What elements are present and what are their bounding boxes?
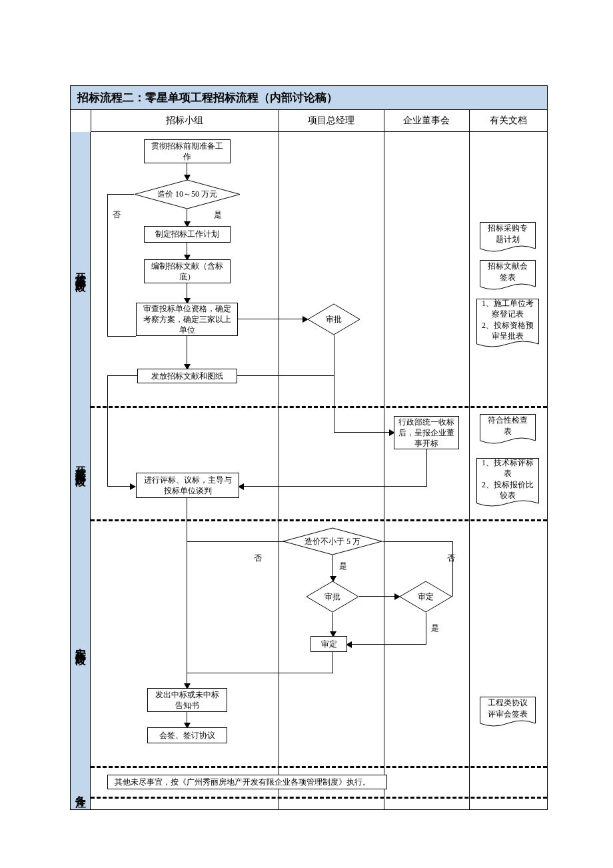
dashed-4 bbox=[91, 797, 547, 799]
box-finalize: 审定 bbox=[310, 636, 347, 652]
decision-cost-range: 造价 10～50 万元 bbox=[134, 179, 241, 209]
decision-approve-3: 审定 bbox=[399, 581, 452, 613]
box-remark: 其他未尽事宜，按《广州秀丽房地产开发有限企业各项管理制度》执行。 bbox=[107, 775, 387, 789]
dashed-2 bbox=[91, 519, 547, 521]
approve3-label: 审定 bbox=[399, 581, 452, 613]
row-label-4-text: 备注 bbox=[73, 787, 87, 789]
label-yes-2: 是 bbox=[339, 561, 347, 572]
doc-inspection: 1、施工单位考察登记表 2、投标资格预审呈批表 bbox=[476, 299, 539, 348]
dashed-3 bbox=[91, 766, 547, 768]
title-text: 招标流程二：零星单项工程招标流程（内部讨论稿） bbox=[77, 90, 338, 105]
label-no-1: 否 bbox=[113, 209, 121, 221]
box-review-units: 审查投标单位资格，确定考察方案，确定三家以上单位 bbox=[136, 303, 238, 336]
doc-tech-eval: 1、技术标评标表 2、投标报价比较表 bbox=[476, 458, 539, 507]
doc-plan: 招标采购专题计划 bbox=[480, 222, 536, 253]
v-line bbox=[279, 110, 279, 809]
v-line bbox=[384, 110, 384, 809]
doc-conformance: 符合性检查表 bbox=[480, 414, 536, 445]
box-collect: 行政部统一收标后，呈报企业董事开标 bbox=[394, 416, 459, 449]
approve1-label: 审批 bbox=[307, 303, 360, 335]
v-line bbox=[469, 110, 470, 809]
col-header-1: 招标小组 bbox=[91, 110, 279, 132]
doc-sign-sheet: 招标文献会签表 bbox=[480, 260, 536, 291]
box-compile: 编制招标文献（含标底） bbox=[144, 259, 231, 283]
box-issue-docs: 发放招标文献和图纸 bbox=[137, 369, 237, 383]
col-header-4: 有关文档 bbox=[469, 110, 547, 132]
box-evaluate: 进行评标、议标，主导与投标单位谈判 bbox=[136, 473, 239, 498]
diagram-title: 招标流程二：零星单项工程招标流程（内部讨论稿） bbox=[71, 86, 547, 110]
box-sign: 会签、签订协议 bbox=[147, 727, 227, 743]
decision-approve-2: 审批 bbox=[306, 581, 359, 613]
label-yes-3: 是 bbox=[431, 623, 439, 634]
col-header-3: 企业董事会 bbox=[384, 110, 469, 132]
box-plan: 制定招标工作计划 bbox=[144, 226, 231, 243]
v-line bbox=[91, 110, 91, 132]
row-label-1-text: 开标前工作阶段 bbox=[73, 265, 87, 274]
row-label-3-text: 定标工作阶段 bbox=[73, 639, 87, 647]
decision-cost-label: 造价 10～50 万元 bbox=[134, 179, 241, 209]
decision-approve-1: 审批 bbox=[307, 303, 360, 335]
label-yes-1: 是 bbox=[214, 209, 222, 221]
doc-contract-review: 工程类协议评审会签表 bbox=[480, 697, 536, 727]
row-label-4: 备注 bbox=[71, 767, 91, 809]
box-prep: 贯彻招标前期准备工作 bbox=[144, 139, 231, 163]
dashed-1 bbox=[91, 406, 547, 408]
diagram-frame: 招标流程二：零星单项工程招标流程（内部讨论稿） 招标小组 项目总经理 企业董事会… bbox=[70, 85, 548, 810]
col-header-2: 项目总经理 bbox=[279, 110, 384, 132]
row-label-2: 开标议标工作阶段 bbox=[71, 407, 91, 520]
decision-cost-5-label: 造价不小于 5 万 bbox=[283, 527, 382, 555]
row-label-2-text: 开标议标工作阶段 bbox=[73, 458, 87, 469]
decision-cost-5: 造价不小于 5 万 bbox=[283, 527, 382, 555]
label-no-2: 否 bbox=[254, 553, 262, 564]
label-no-3: 否 bbox=[447, 553, 455, 564]
approve2-label: 审批 bbox=[306, 581, 359, 613]
box-notice: 发出中标或未中标告知书 bbox=[147, 688, 227, 712]
row-label-3: 定标工作阶段 bbox=[71, 520, 91, 767]
row-label-1: 开标前工作阶段 bbox=[71, 132, 91, 407]
